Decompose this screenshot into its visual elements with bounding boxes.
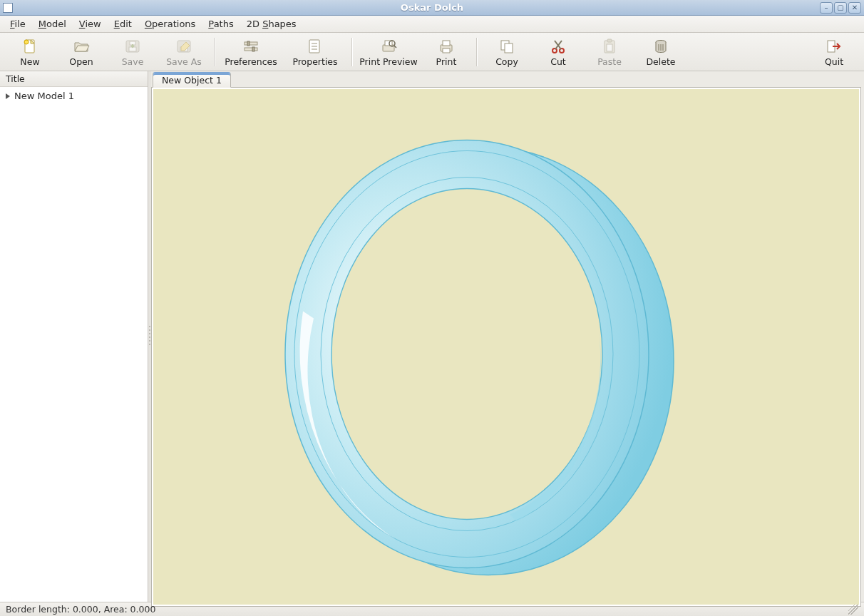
new-file-icon bbox=[21, 38, 38, 55]
open-folder-icon bbox=[73, 38, 90, 55]
save-as-button-label: Save As bbox=[166, 56, 202, 67]
svg-rect-30 bbox=[607, 39, 612, 42]
tab-new-object[interactable]: New Object 1 bbox=[153, 72, 231, 88]
window-title: Oskar Dolch bbox=[0, 2, 864, 13]
sidebar: Title New Model 1 bbox=[0, 71, 148, 602]
print-icon bbox=[438, 38, 455, 55]
copy-button[interactable]: Copy bbox=[481, 36, 533, 68]
svg-rect-24 bbox=[505, 43, 513, 53]
cut-icon bbox=[550, 38, 567, 55]
menu-model-label: odel bbox=[46, 19, 66, 29]
save-as-icon bbox=[175, 38, 192, 55]
menu-file[interactable]: File bbox=[4, 17, 31, 31]
print-preview-button-label: Print Preview bbox=[359, 56, 417, 67]
svg-rect-8 bbox=[245, 42, 257, 45]
menu-paths-label: aths bbox=[214, 19, 234, 29]
save-as-button: Save As bbox=[158, 36, 210, 68]
window-minimize-button[interactable]: – bbox=[820, 2, 833, 14]
svg-point-42 bbox=[331, 189, 602, 520]
quit-button-label: Quit bbox=[825, 56, 843, 67]
paste-button-label: Paste bbox=[597, 56, 622, 67]
print-button[interactable]: Print bbox=[421, 36, 472, 68]
preferences-button-label: Preferences bbox=[225, 56, 277, 67]
paste-icon bbox=[601, 38, 618, 55]
menu-model[interactable]: Model bbox=[33, 17, 72, 31]
menu-edit-label: dit bbox=[120, 19, 132, 29]
quit-icon bbox=[826, 38, 843, 55]
window-titlebar: Oskar Dolch – ▢ ✕ bbox=[0, 0, 864, 16]
menu-2d-shapes-label: 2D bbox=[247, 19, 262, 29]
preferences-button[interactable]: Preferences bbox=[219, 36, 283, 68]
properties-icon bbox=[307, 38, 324, 55]
menu-view[interactable]: View bbox=[73, 17, 107, 31]
toolbar-separator bbox=[351, 38, 352, 66]
svg-point-2 bbox=[24, 40, 29, 44]
paste-button: Paste bbox=[584, 36, 635, 68]
open-button-label: Open bbox=[69, 56, 93, 67]
toolbar-group-edit: Copy Cut Paste Delete bbox=[481, 36, 686, 68]
menu-file-label: ile bbox=[15, 19, 26, 29]
toolbar-group-file: New Open Save Save As bbox=[4, 36, 210, 68]
menu-2d-shapes[interactable]: 2D Shapes bbox=[241, 17, 302, 31]
viewport-canvas[interactable] bbox=[153, 89, 859, 605]
window-app-icon bbox=[3, 3, 13, 13]
menubar: File Model View Edit Operations Paths 2D… bbox=[0, 16, 864, 33]
save-button-label: Save bbox=[122, 56, 144, 67]
preferences-icon bbox=[242, 38, 259, 55]
delete-button-label: Delete bbox=[646, 56, 675, 67]
delete-icon bbox=[652, 38, 669, 55]
print-preview-icon bbox=[380, 38, 397, 55]
main-column: New Object 1 bbox=[151, 71, 864, 602]
model-tree: New Model 1 bbox=[0, 87, 148, 105]
svg-rect-21 bbox=[443, 41, 450, 46]
svg-rect-11 bbox=[252, 47, 254, 51]
menu-view-label: iew bbox=[85, 19, 101, 29]
save-button: Save bbox=[107, 36, 158, 68]
copy-button-label: Copy bbox=[495, 56, 518, 67]
print-preview-button[interactable]: Print Preview bbox=[356, 36, 421, 68]
cut-button-label: Cut bbox=[550, 56, 566, 67]
tree-item-label: New Model 1 bbox=[14, 91, 74, 101]
menu-operations-label: perations bbox=[152, 19, 195, 29]
menu-operations[interactable]: Operations bbox=[139, 17, 201, 31]
copy-icon bbox=[498, 38, 515, 55]
ring-model-icon bbox=[153, 89, 859, 605]
delete-button[interactable]: Delete bbox=[635, 36, 686, 68]
expand-arrow-icon bbox=[6, 93, 10, 99]
toolbar-separator bbox=[214, 38, 215, 66]
new-button[interactable]: New bbox=[4, 36, 56, 68]
menu-edit[interactable]: Edit bbox=[108, 17, 138, 31]
splitter-handle[interactable] bbox=[148, 71, 151, 602]
sidebar-header: Title bbox=[0, 71, 148, 87]
toolbar: New Open Save Save As Preferences Proper… bbox=[0, 33, 864, 71]
properties-button-label: Properties bbox=[292, 56, 337, 67]
menu-paths[interactable]: Paths bbox=[202, 17, 239, 31]
canvas-frame bbox=[151, 87, 861, 607]
svg-rect-22 bbox=[443, 48, 450, 53]
body-area: Title New Model 1 New Object 1 bbox=[0, 71, 864, 602]
properties-button[interactable]: Properties bbox=[283, 36, 347, 68]
save-icon bbox=[124, 38, 141, 55]
status-text: Border length: 0.000, Area: 0.000 bbox=[6, 604, 155, 615]
quit-button[interactable]: Quit bbox=[808, 36, 860, 68]
svg-rect-9 bbox=[245, 48, 257, 51]
svg-rect-10 bbox=[247, 41, 250, 46]
window-close-button[interactable]: ✕ bbox=[848, 2, 861, 14]
tab-label: New Object 1 bbox=[162, 75, 222, 86]
toolbar-separator bbox=[476, 38, 477, 66]
window-maximize-button[interactable]: ▢ bbox=[834, 2, 847, 14]
open-button[interactable]: Open bbox=[56, 36, 107, 68]
svg-rect-31 bbox=[607, 44, 612, 51]
tab-strip: New Object 1 bbox=[151, 71, 864, 87]
splitter-grip-icon bbox=[149, 326, 150, 347]
cut-button[interactable]: Cut bbox=[533, 36, 584, 68]
toolbar-group-prefs: Preferences Properties bbox=[219, 36, 347, 68]
tree-item[interactable]: New Model 1 bbox=[4, 89, 143, 103]
window-controls: – ▢ ✕ bbox=[820, 2, 861, 14]
print-button-label: Print bbox=[436, 56, 457, 67]
toolbar-group-print: Print Preview Print bbox=[356, 36, 472, 68]
resize-grip-icon[interactable] bbox=[848, 605, 858, 615]
new-button-label: New bbox=[20, 56, 39, 67]
